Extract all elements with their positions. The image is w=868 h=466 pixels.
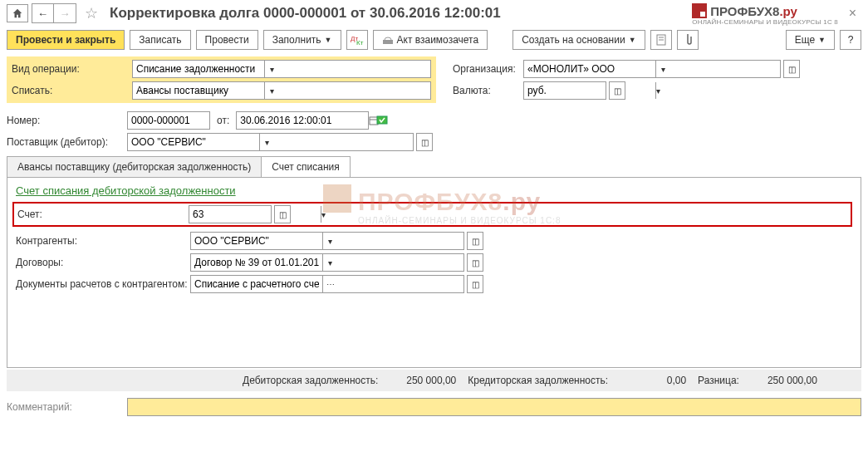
- diff-label: Разница:: [698, 375, 739, 386]
- writeoff-select[interactable]: ▾: [132, 81, 431, 100]
- date-input[interactable]: [236, 111, 369, 130]
- nav-history-group: ← →: [32, 3, 76, 23]
- status-flag-icon[interactable]: [375, 115, 390, 126]
- contragent-input[interactable]: ▾: [190, 232, 464, 250]
- totals-bar: Дебиторская задолженность: 250 000,00 Кр…: [7, 370, 861, 391]
- logo-icon: [692, 3, 707, 18]
- report-icon-button[interactable]: [650, 30, 672, 50]
- comment-label: Комментарий:: [7, 401, 127, 413]
- credit-label: Кредиторская задолженность:: [468, 375, 608, 386]
- fill-dropdown[interactable]: Заполнить▼: [263, 30, 341, 50]
- dropdown-icon[interactable]: ▾: [655, 61, 670, 77]
- number-label: Номер:: [7, 115, 127, 126]
- more-dropdown[interactable]: Еще▼: [786, 30, 835, 50]
- title-bar: ← → ☆ Корректировка долга 0000-000001 от…: [0, 0, 868, 27]
- dropdown-icon[interactable]: ▾: [655, 82, 660, 99]
- settlement-doc-input[interactable]: ⋯: [190, 275, 464, 293]
- credit-value: 0,00: [620, 375, 686, 386]
- toolbar: Провести и закрыть Записать Провести Зап…: [0, 27, 868, 53]
- close-button[interactable]: ×: [849, 6, 856, 21]
- dropdown-icon[interactable]: ▾: [322, 254, 337, 271]
- more-dots-icon[interactable]: ⋯: [322, 276, 337, 292]
- back-button[interactable]: ←: [32, 4, 54, 22]
- org-label: Организация:: [453, 63, 523, 75]
- attachment-icon-button[interactable]: [677, 30, 699, 50]
- number-input[interactable]: [127, 111, 210, 130]
- comment-input[interactable]: [127, 398, 861, 416]
- post-and-close-button[interactable]: Провести и закрыть: [7, 30, 125, 50]
- currency-input[interactable]: ▾: [523, 81, 606, 100]
- op-type-label: Вид операции:: [12, 63, 132, 75]
- home-button[interactable]: [7, 4, 28, 22]
- favorite-star-icon[interactable]: ☆: [85, 4, 98, 22]
- account-input[interactable]: ▾: [189, 205, 272, 223]
- comment-row: Комментарий:: [0, 395, 868, 416]
- open-icon[interactable]: ◫: [609, 81, 625, 100]
- debit-label: Дебиторская задолженность:: [243, 375, 378, 386]
- dropdown-icon[interactable]: ▾: [259, 134, 274, 150]
- op-type-select[interactable]: ▾: [132, 60, 431, 78]
- supplier-input[interactable]: ▾: [127, 133, 414, 151]
- org-input[interactable]: ▾: [523, 60, 781, 78]
- forward-button[interactable]: →: [54, 4, 76, 22]
- settlement-doc-label: Документы расчетов с контрагентом:: [16, 278, 190, 290]
- tabs: Авансы поставщику (дебиторская задолженн…: [7, 156, 861, 177]
- contract-label: Договоры:: [16, 257, 190, 268]
- from-label: от:: [217, 115, 229, 126]
- highlighted-account-row: Счет: ▾ ◫: [12, 202, 852, 227]
- contragent-label: Контрагенты:: [16, 235, 190, 247]
- open-icon[interactable]: ◫: [467, 253, 483, 272]
- diff-value: 250 000,00: [751, 375, 817, 386]
- section-heading: Счет списания дебиторской задолженности: [16, 184, 852, 197]
- currency-label: Валюта:: [453, 85, 523, 96]
- create-based-on-dropdown[interactable]: Создать на основании▼: [512, 30, 645, 50]
- tab-content: Счет списания дебиторской задолженности …: [7, 177, 861, 368]
- offset-act-button[interactable]: Акт взаимозачета: [373, 30, 488, 50]
- open-icon[interactable]: ◫: [416, 133, 433, 151]
- save-button[interactable]: Записать: [130, 30, 190, 50]
- svg-rect-2: [383, 40, 393, 44]
- debit-value: 250 000,00: [390, 375, 456, 386]
- tab-writeoff-account[interactable]: Счет списания: [261, 156, 351, 177]
- account-label: Счет:: [17, 208, 189, 220]
- open-icon[interactable]: ◫: [274, 205, 291, 223]
- dropdown-icon[interactable]: ▾: [264, 82, 279, 99]
- contract-input[interactable]: ▾: [190, 253, 464, 272]
- svg-rect-8: [377, 116, 387, 124]
- help-button[interactable]: ?: [840, 30, 861, 50]
- supplier-label: Поставщик (дебитор):: [7, 136, 127, 148]
- open-icon[interactable]: ◫: [467, 275, 483, 293]
- dropdown-icon[interactable]: ▾: [321, 206, 326, 223]
- tab-advances[interactable]: Авансы поставщику (дебиторская задолженн…: [7, 156, 262, 177]
- dropdown-icon[interactable]: ▾: [322, 233, 337, 249]
- brand-logo: ПРОФБУХ8.ру ОНЛАЙН-СЕМИНАРЫ И ВИДЕОКУРСЫ…: [692, 3, 838, 26]
- post-button[interactable]: Провести: [196, 30, 258, 50]
- open-icon[interactable]: ◫: [783, 60, 800, 78]
- svg-text:Кт: Кт: [356, 39, 364, 46]
- dt-kt-icon-button[interactable]: ДтКт: [346, 30, 368, 50]
- writeoff-label: Списать:: [12, 85, 132, 96]
- dropdown-icon[interactable]: ▾: [264, 61, 279, 77]
- open-icon[interactable]: ◫: [467, 232, 483, 250]
